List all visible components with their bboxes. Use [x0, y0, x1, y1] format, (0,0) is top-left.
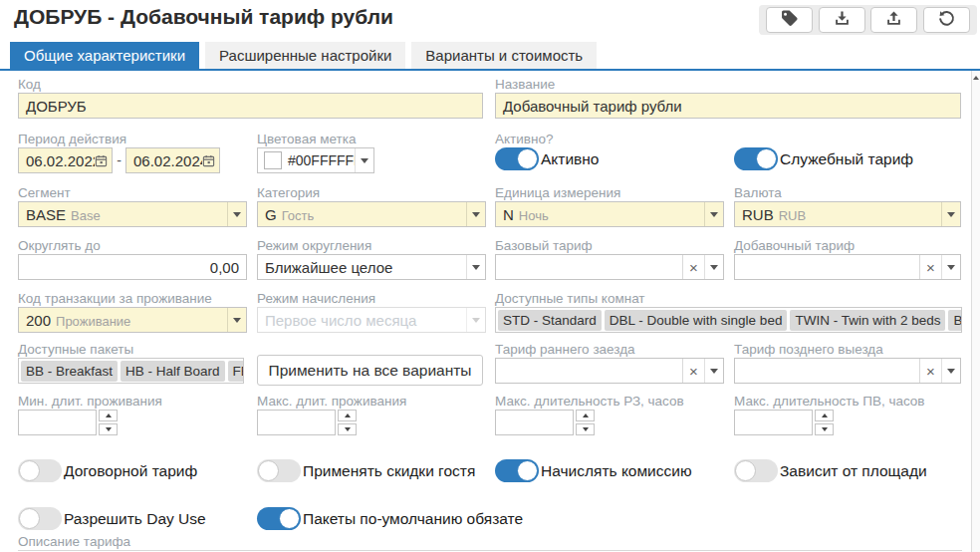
category-code: G	[265, 206, 277, 223]
service-tariff-toggle[interactable]	[734, 147, 778, 170]
rounding-mode-field: Режим округления Ближайшее целое	[257, 238, 486, 280]
chevron-down-icon[interactable]	[227, 308, 246, 332]
day-use-toggle[interactable]	[18, 507, 62, 530]
toggle-knob	[517, 148, 538, 169]
transaction-code-dropdown[interactable]: 200Проживание	[18, 307, 247, 333]
download-button[interactable]	[819, 7, 865, 33]
period-from-input[interactable]: 06.02.2022	[18, 147, 113, 173]
clear-icon[interactable]: ×	[682, 359, 704, 383]
commission-label: Начислять комиссию	[541, 462, 692, 480]
chevron-down-icon[interactable]	[704, 359, 723, 383]
currency-name: RUB	[779, 208, 806, 223]
max-stay-label: Макс. длит. проживания	[257, 394, 357, 410]
tab-general[interactable]: Общие характеристики	[10, 42, 199, 69]
late-checkout-tariff-combo[interactable]: ×	[734, 358, 961, 384]
upload-button[interactable]	[870, 7, 917, 33]
accrual-mode-label: Режим начисления	[257, 291, 486, 307]
max-early-hours-input[interactable]	[495, 410, 574, 435]
day-use-toggle-row: Разрешить Day Use	[18, 507, 206, 530]
commission-toggle[interactable]	[495, 459, 539, 482]
contract-tariff-toggle[interactable]	[18, 459, 62, 482]
history-button[interactable]	[923, 7, 970, 33]
spinner-down-icon[interactable]	[576, 423, 595, 435]
toggle-knob	[735, 460, 756, 481]
category-dropdown[interactable]: GГость	[257, 201, 486, 227]
active-toggle[interactable]	[495, 147, 539, 170]
tag-button[interactable]	[766, 7, 813, 33]
calendar-icon[interactable]	[95, 154, 108, 167]
vertical-scrollbar[interactable]	[971, 71, 980, 552]
additional-tariff-combo[interactable]: ×	[734, 254, 961, 280]
category-name: Гость	[282, 208, 315, 223]
calendar-icon[interactable]	[202, 154, 215, 167]
code-input[interactable]: ДОБРУБ	[18, 93, 483, 119]
segment-label: Сегмент	[18, 185, 247, 201]
chevron-down-icon[interactable]	[466, 255, 485, 279]
spinner-up-icon[interactable]	[815, 410, 834, 421]
clear-icon[interactable]: ×	[919, 359, 941, 383]
base-tariff-label: Базовый тариф	[495, 238, 724, 254]
spinner-down-icon[interactable]	[338, 423, 357, 435]
apply-all-variants-button[interactable]: Применить на все варианты	[257, 355, 483, 386]
room-type-tag[interactable]: STD - Standard	[498, 310, 602, 331]
spinner-down-icon[interactable]	[815, 423, 834, 435]
accrual-mode-value: Первое число месяца	[258, 312, 466, 329]
transaction-code-value: 200	[26, 312, 51, 329]
transaction-code-label: Код транзакции за проживание	[18, 291, 247, 307]
currency-dropdown[interactable]: RUBRUB	[734, 201, 961, 227]
clear-icon[interactable]: ×	[919, 255, 941, 279]
period-to-value: 06.02.2024	[126, 152, 202, 169]
room-types-label: Доступные типы комнат	[495, 291, 962, 307]
min-stay-input[interactable]	[18, 410, 97, 435]
early-checkin-tariff-field: Тариф раннего заезда ×	[495, 342, 724, 384]
room-types-input[interactable]: STD - Standard DBL - Double with single …	[495, 307, 962, 333]
tab-variants[interactable]: Варианты и стоимость	[411, 42, 597, 69]
spinner-up-icon[interactable]	[576, 410, 595, 421]
download-icon	[833, 9, 852, 32]
chevron-down-icon[interactable]	[941, 359, 960, 383]
base-tariff-combo[interactable]: ×	[495, 254, 724, 280]
tab-bar: Общие характеристики Расширенные настрой…	[10, 42, 603, 69]
rounding-mode-dropdown[interactable]: Ближайшее целое	[257, 254, 486, 280]
room-type-tag[interactable]: TWIN - Twin with 2 beds	[790, 310, 945, 331]
chevron-down-icon[interactable]	[704, 202, 723, 226]
chevron-down-icon[interactable]	[466, 202, 485, 226]
guest-discounts-toggle[interactable]	[257, 459, 301, 482]
color-mark-dropdown[interactable]: #00FFFFFF	[257, 147, 374, 173]
rounding-mode-label: Режим округления	[257, 238, 486, 254]
chevron-down-icon[interactable]	[941, 202, 960, 226]
chevron-down-icon[interactable]	[355, 148, 373, 172]
round-to-value: 0,00	[19, 259, 246, 276]
round-to-input[interactable]: 0,00	[18, 254, 247, 280]
max-stay-input[interactable]	[257, 410, 336, 435]
toggle-knob	[756, 148, 777, 169]
packages-input[interactable]: BB - Breakfast HB - Half Board FB -	[18, 358, 244, 384]
max-late-hours-input[interactable]	[734, 410, 813, 435]
unit-dropdown[interactable]: NНочь	[495, 201, 724, 227]
spinner-down-icon[interactable]	[99, 423, 118, 435]
chevron-down-icon[interactable]	[704, 255, 723, 279]
tab-advanced[interactable]: Расширенные настройки	[205, 42, 405, 69]
package-tag[interactable]: BB - Breakfast	[21, 361, 118, 382]
area-dependent-toggle[interactable]	[734, 459, 778, 482]
spinner-up-icon[interactable]	[338, 410, 357, 421]
clear-icon[interactable]: ×	[682, 255, 704, 279]
spinner-up-icon[interactable]	[99, 410, 118, 421]
early-checkin-tariff-combo[interactable]: ×	[495, 358, 724, 384]
category-field: Категория GГость	[257, 185, 486, 227]
room-type-tag[interactable]: BED	[948, 310, 962, 331]
segment-dropdown[interactable]: BASEBase	[18, 201, 247, 227]
unit-code: N	[503, 206, 514, 223]
package-tag[interactable]: FB -	[228, 361, 244, 382]
scroll-up-icon[interactable]	[973, 76, 979, 80]
contract-tariff-toggle-row: Договорной тариф	[18, 459, 197, 482]
default-packages-toggle[interactable]	[257, 507, 301, 530]
chevron-down-icon[interactable]	[941, 255, 960, 279]
max-early-hours-field: Макс. длительность РЗ, часов	[495, 394, 595, 435]
segment-name: Base	[71, 208, 101, 223]
room-type-tag[interactable]: DBL - Double with single bed	[605, 310, 788, 331]
name-input[interactable]: Добавочный тариф рубли	[495, 93, 961, 119]
package-tag[interactable]: HB - Half Board	[121, 361, 225, 382]
chevron-down-icon[interactable]	[227, 202, 246, 226]
period-to-input[interactable]: 06.02.2024	[125, 147, 220, 173]
